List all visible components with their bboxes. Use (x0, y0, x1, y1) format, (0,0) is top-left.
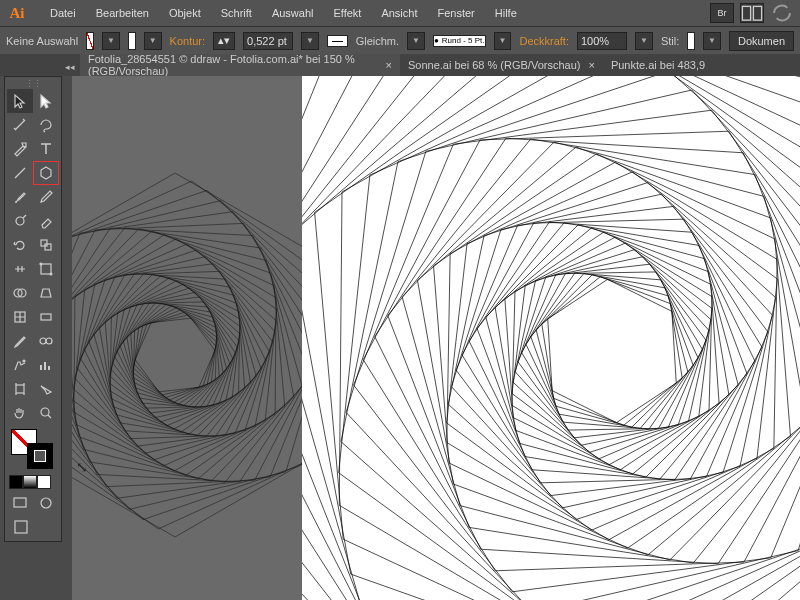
menu-edit[interactable]: Bearbeiten (88, 3, 157, 23)
document-setup-button[interactable]: Dokumen (729, 31, 794, 51)
tool-eyedropper[interactable] (7, 329, 33, 353)
change-screen-icon[interactable] (7, 515, 34, 539)
selection-state-label: Keine Auswahl (6, 35, 78, 47)
tool-free-transform[interactable] (33, 257, 59, 281)
menu-effect[interactable]: Effekt (325, 3, 369, 23)
dash-label: Gleichm. (356, 35, 399, 47)
menu-select[interactable]: Auswahl (264, 3, 322, 23)
tool-hand[interactable] (7, 401, 33, 425)
tool-blend[interactable] (33, 329, 59, 353)
svg-marker-83 (548, 279, 677, 422)
arrange-documents-icon[interactable] (740, 3, 764, 23)
tool-scale[interactable] (33, 233, 59, 257)
tool-lasso[interactable] (33, 113, 59, 137)
svg-marker-66 (456, 206, 768, 495)
app-logo: Ai (6, 2, 28, 24)
stroke-swatch[interactable] (128, 32, 136, 50)
toolbox (4, 76, 62, 542)
tool-column-graph[interactable] (33, 353, 59, 377)
tool-pencil[interactable] (33, 185, 59, 209)
close-icon[interactable]: × (588, 59, 594, 71)
fill-dropdown[interactable]: ▼ (102, 32, 120, 50)
tool-type[interactable] (33, 137, 59, 161)
canvas[interactable] (72, 76, 800, 600)
opacity-label: Deckkraft: (519, 35, 569, 47)
tool-width[interactable] (7, 257, 33, 281)
tool-direct-selection[interactable] (33, 89, 59, 113)
svg-point-98 (41, 408, 49, 416)
stroke-weight-label: Kontur: (170, 35, 205, 47)
svg-marker-67 (462, 219, 762, 483)
tool-magic-wand[interactable] (7, 113, 33, 137)
style-swatch[interactable] (687, 32, 695, 50)
color-mode-none[interactable] (37, 475, 51, 489)
fill-stroke-control[interactable] (9, 429, 57, 469)
stroke-dropdown[interactable]: ▼ (144, 32, 162, 50)
tool-blob-brush[interactable] (7, 209, 33, 233)
svg-rect-99 (14, 498, 26, 507)
menu-type[interactable]: Schrift (213, 3, 260, 23)
svg-marker-73 (512, 237, 712, 465)
tool-shape-builder[interactable] (7, 281, 33, 305)
svg-marker-18 (80, 271, 269, 438)
tool-artboard[interactable] (7, 377, 33, 401)
sync-icon[interactable] (770, 3, 794, 23)
color-mode-gradient[interactable] (23, 475, 37, 489)
panel-grip[interactable] (7, 79, 59, 89)
tool-polygon[interactable] (33, 161, 59, 185)
svg-marker-64 (448, 183, 776, 520)
opacity-input[interactable] (577, 32, 627, 50)
tool-gradient[interactable] (33, 305, 59, 329)
style-dd[interactable]: ▼ (703, 32, 721, 50)
svg-marker-3 (72, 181, 322, 529)
svg-marker-12 (72, 234, 285, 475)
svg-marker-70 (486, 225, 738, 477)
svg-marker-51 (339, 76, 800, 600)
tool-line[interactable] (7, 161, 33, 185)
svg-marker-79 (526, 273, 698, 429)
stroke-weight-dd[interactable]: ▼ (301, 32, 319, 50)
stroke-profile-preview[interactable] (327, 35, 348, 47)
menu-window[interactable]: Fenster (429, 3, 482, 23)
svg-point-84 (16, 217, 24, 225)
color-mode-solid[interactable] (9, 475, 23, 489)
brush-dd[interactable]: ▼ (494, 32, 512, 50)
dash-dd[interactable]: ▼ (407, 32, 425, 50)
svg-marker-6 (72, 212, 322, 499)
tool-rotate[interactable] (7, 233, 33, 257)
tab-fotolia[interactable]: Fotolia_28654551 © ddraw - Fotolia.com.a… (80, 54, 400, 76)
stroke-weight-stepper[interactable]: ▴▾ (213, 32, 235, 50)
bridge-icon[interactable]: Br (710, 3, 734, 23)
fill-swatch[interactable] (86, 32, 94, 50)
draw-mode-icon[interactable] (33, 491, 59, 515)
svg-rect-97 (16, 385, 24, 393)
tab-punkte[interactable]: Punkte.ai bei 483,9 (603, 54, 713, 76)
screen-mode-icon[interactable] (7, 491, 33, 515)
opacity-dd[interactable]: ▼ (635, 32, 653, 50)
artwork-offscreen (72, 76, 322, 600)
brush-preview[interactable]: Rund - 5 Pt. (433, 35, 486, 47)
panel-collapse-icon[interactable]: ◂◂ (64, 58, 76, 76)
tool-selection[interactable] (7, 89, 33, 113)
tool-eraser[interactable] (33, 209, 59, 233)
tool-pen[interactable] (7, 137, 33, 161)
svg-marker-24 (110, 281, 240, 429)
menu-object[interactable]: Objekt (161, 3, 209, 23)
svg-marker-53 (341, 76, 800, 600)
tool-mesh[interactable] (7, 305, 33, 329)
menu-help[interactable]: Hilfe (487, 3, 525, 23)
svg-marker-61 (434, 154, 791, 548)
svg-marker-33 (127, 304, 223, 405)
stroke-weight-input[interactable] (243, 32, 293, 50)
tab-sonne[interactable]: Sonne.ai bei 68 % (RGB/Vorschau) × (400, 54, 603, 76)
tool-symbol-sprayer[interactable] (7, 353, 33, 377)
tool-paintbrush[interactable] (7, 185, 33, 209)
tab-label: Punkte.ai bei 483,9 (611, 59, 705, 71)
tool-zoom[interactable] (33, 401, 59, 425)
stroke-color[interactable] (27, 443, 53, 469)
close-icon[interactable]: × (386, 59, 392, 71)
tool-slice[interactable] (33, 377, 59, 401)
menu-view[interactable]: Ansicht (373, 3, 425, 23)
tool-perspective[interactable] (33, 281, 59, 305)
menu-file[interactable]: Datei (42, 3, 84, 23)
